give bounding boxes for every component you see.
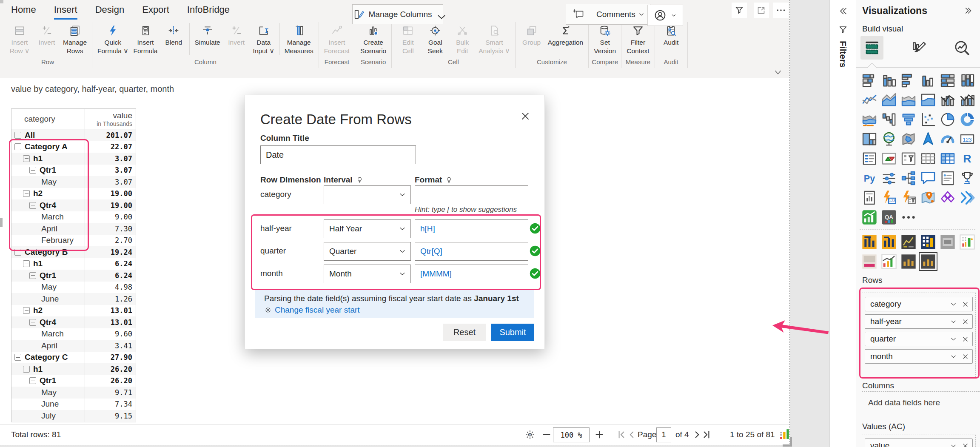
- collapse-toggle-icon[interactable]: [23, 260, 30, 267]
- custom-visual-button[interactable]: [939, 233, 957, 251]
- ribbon-button[interactable]: Data Input ∨: [251, 22, 277, 56]
- ribbon-button[interactable]: Smart Analysis ∨: [476, 22, 512, 56]
- field-options-button[interactable]: [950, 336, 957, 343]
- columns-field-well[interactable]: Add data fields here: [862, 391, 980, 414]
- visual-type-button[interactable]: [958, 91, 976, 109]
- visual-type-button[interactable]: [939, 150, 957, 168]
- table-row[interactable]: Category A 22.07: [11, 141, 136, 153]
- field-pill[interactable]: month: [865, 349, 973, 364]
- table-row[interactable]: Qtr4 13.01: [11, 316, 136, 328]
- field-options-button[interactable]: [950, 353, 957, 360]
- expand-filters-button[interactable]: [838, 6, 848, 16]
- format-input[interactable]: Qtr[Q]: [415, 242, 528, 261]
- ribbon-button[interactable]: Simulate: [192, 22, 222, 48]
- custom-visual-button[interactable]: [860, 253, 878, 270]
- visual-type-button[interactable]: [900, 189, 917, 207]
- ribbon-button[interactable]: Create Scenario: [358, 22, 388, 56]
- format-input[interactable]: [415, 185, 528, 204]
- collapse-toggle-icon[interactable]: [29, 377, 36, 384]
- collapse-toggle-icon[interactable]: [23, 155, 30, 162]
- visual-type-button[interactable]: [900, 91, 917, 109]
- ribbon-button[interactable]: Aggregation: [546, 22, 586, 48]
- tab-build-visual[interactable]: [860, 36, 883, 60]
- custom-visual-button[interactable]: [900, 253, 917, 270]
- interval-select[interactable]: Month: [324, 265, 411, 283]
- page-number-input[interactable]: 1: [656, 427, 671, 442]
- remove-field-button[interactable]: [962, 318, 969, 325]
- table-row[interactable]: Category C 27.90: [11, 352, 136, 364]
- custom-visual-button[interactable]: [958, 233, 976, 251]
- resize-handle-left[interactable]: [0, 218, 3, 227]
- visual-type-button[interactable]: [880, 91, 898, 109]
- ribbon-button[interactable]: Bulk Edit: [449, 22, 476, 56]
- visual-type-button[interactable]: [919, 130, 937, 148]
- interval-select[interactable]: [324, 185, 411, 204]
- filter-icon-button[interactable]: [732, 3, 747, 18]
- remove-field-button[interactable]: [962, 336, 969, 343]
- ribbon-button[interactable]: Insert Forecast: [322, 22, 352, 56]
- ribbon-button[interactable]: Invert: [34, 22, 60, 48]
- ribbon-button[interactable]: Group: [518, 22, 545, 48]
- visual-type-button[interactable]: [880, 150, 898, 168]
- visual-type-button[interactable]: [880, 71, 898, 89]
- table-row[interactable]: h2 19.00: [11, 188, 136, 200]
- ribbon-tab[interactable]: Export: [142, 4, 169, 20]
- collapse-toggle-icon[interactable]: [14, 354, 21, 361]
- ribbon-tab[interactable]: Design: [95, 4, 124, 20]
- table-row[interactable]: March 9.60: [11, 328, 136, 340]
- table-row[interactable]: Qtr4 19.00: [11, 199, 136, 211]
- field-pill[interactable]: half-year: [865, 314, 973, 329]
- ribbon-tab[interactable]: InfoBridge: [187, 4, 230, 20]
- field-pill[interactable]: category: [865, 297, 973, 311]
- ribbon-button[interactable]: Blend: [160, 22, 187, 48]
- ribbon-button[interactable]: Invert: [223, 22, 250, 48]
- visual-type-button[interactable]: [939, 91, 957, 109]
- ribbon-button[interactable]: Manage Measures: [282, 22, 316, 56]
- collapse-toggle-icon[interactable]: [29, 319, 36, 326]
- table-row[interactable]: Qtr1 6.24: [11, 270, 136, 282]
- ribbon-button[interactable]: Audit: [658, 22, 684, 48]
- table-row[interactable]: h1 3.07: [11, 153, 136, 165]
- table-row[interactable]: June 7.34: [11, 399, 136, 410]
- prev-page-button[interactable]: [626, 429, 637, 440]
- tab-format-visual[interactable]: [910, 40, 926, 56]
- table-row[interactable]: March 9.00: [11, 211, 136, 223]
- visual-type-button[interactable]: [860, 208, 878, 226]
- field-pill[interactable]: value: [865, 438, 973, 447]
- collapse-toggle-icon[interactable]: [29, 272, 36, 279]
- zoom-level[interactable]: 100 %: [553, 427, 590, 442]
- table-row[interactable]: May 4.98: [11, 282, 136, 293]
- table-row[interactable]: May 9.71: [11, 387, 136, 399]
- custom-visual-button[interactable]: [880, 233, 898, 251]
- collapse-toggle-icon[interactable]: [14, 143, 21, 150]
- visual-type-button[interactable]: [919, 169, 937, 187]
- focus-mode-button[interactable]: [754, 3, 769, 18]
- more-options-button[interactable]: [773, 3, 789, 18]
- ribbon-button[interactable]: Quick Formula ∨: [95, 22, 131, 56]
- visual-type-button[interactable]: [900, 169, 917, 187]
- visual-type-button[interactable]: [939, 189, 957, 207]
- table-row[interactable]: February 2.70: [11, 235, 136, 247]
- visual-type-button[interactable]: [880, 111, 898, 128]
- settings-gear-button[interactable]: [524, 429, 536, 440]
- change-fiscal-year-link[interactable]: Change fiscal year start: [264, 305, 360, 315]
- visual-type-button[interactable]: [958, 189, 976, 207]
- rows-field-well[interactable]: category half-year quarter month: [862, 293, 976, 377]
- category-column-header[interactable]: category: [11, 109, 85, 129]
- visual-type-button[interactable]: [919, 71, 937, 89]
- field-options-button[interactable]: [950, 318, 957, 325]
- values-field-well[interactable]: value: [862, 435, 976, 447]
- comments-control[interactable]: Comments: [566, 4, 650, 25]
- ribbon-button[interactable]: [279, 23, 280, 55]
- visual-type-button[interactable]: [958, 169, 976, 187]
- collapse-toggle-icon[interactable]: [29, 167, 36, 174]
- visual-type-button[interactable]: [919, 189, 937, 207]
- first-page-button[interactable]: [616, 429, 627, 440]
- visual-type-button[interactable]: [880, 169, 898, 187]
- reset-button[interactable]: Reset: [443, 324, 486, 341]
- visual-type-button[interactable]: [939, 130, 957, 148]
- table-row[interactable]: June 1.26: [11, 293, 136, 305]
- visual-type-button[interactable]: [860, 150, 878, 168]
- table-row[interactable]: h1 26.20: [11, 363, 136, 375]
- table-row[interactable]: Qtr1 26.20: [11, 375, 136, 387]
